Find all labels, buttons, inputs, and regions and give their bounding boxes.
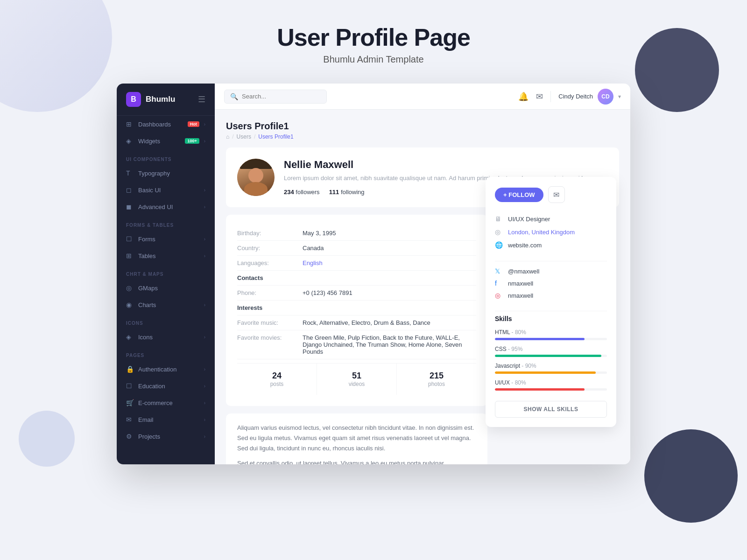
sidebar-item-projects[interactable]: ⚙ Projects › [117, 428, 215, 445]
page-header: User Profile Page Bhumlu Admin Template [0, 0, 747, 79]
sidebar-label-gmaps: GMaps [138, 285, 205, 292]
skill-html-bar [495, 338, 607, 340]
sidebar-item-gmaps[interactable]: ◎ GMaps [117, 280, 215, 296]
icons-icon: ◈ [126, 333, 134, 341]
skill-html-fill [495, 338, 585, 340]
chevron-auth: › [204, 367, 205, 372]
sidebar-item-authentication[interactable]: 🔒 Authentication › [117, 361, 215, 378]
section-label-pages: Pages [117, 345, 215, 361]
follow-button[interactable]: + FOLLOW [495, 188, 543, 202]
section-label-ui: UI Components [117, 149, 215, 165]
page-title: User Profile Page [0, 23, 747, 51]
birthday-row: Birthday: May 3, 1995 [237, 226, 476, 241]
hamburger-icon[interactable]: ☰ [198, 94, 205, 105]
sidebar-item-ecommerce[interactable]: 🛒 E-commerce › [117, 394, 215, 411]
instagram-item[interactable]: ◎ nmaxwell [495, 289, 607, 301]
profile-meta-list: 🖥 UI/UX Designer ◎ London, United Kingdo… [495, 212, 607, 252]
topbar: 🔍 🔔 ✉ Cindy Deitch CD ▾ [215, 84, 630, 110]
search-input[interactable] [242, 93, 317, 100]
phone-row: Phone: +0 (123) 456 7891 [237, 286, 476, 301]
sidebar-item-widgets[interactable]: ◈ Widgets 100+ › [117, 133, 215, 149]
mail-button[interactable]: ✉ [548, 186, 565, 203]
followers-stat: 234 followers [284, 189, 320, 196]
badge-100: 100+ [185, 138, 199, 144]
auth-icon: 🔒 [126, 365, 134, 373]
following-stat: 111 following [329, 189, 365, 196]
sidebar-label-basic-ui: Basic UI [138, 187, 199, 194]
details-card: Birthday: May 3, 1995 Country: Canada La… [226, 215, 487, 406]
sidebar-label-projects: Projects [138, 433, 199, 440]
social-list: 𝕏 @nmaxwell f nmaxwell ◎ nmaxwell [495, 265, 607, 301]
sidebar-item-education[interactable]: ☐ Education › [117, 378, 215, 394]
brand-name: Bhumlu [146, 95, 175, 104]
facebook-icon: f [495, 280, 503, 287]
sidebar-item-forms[interactable]: ☐ Forms › [117, 231, 215, 247]
twitter-item[interactable]: 𝕏 @nmaxwell [495, 265, 607, 277]
topbar-divider [550, 91, 551, 102]
skill-css-header: CSS - 95% [495, 346, 607, 352]
videos-stat[interactable]: 51 videos [317, 364, 397, 395]
browser-window: B Bhumlu ☰ ⊞ Dashboards Hot › ◈ Widgets … [117, 84, 630, 464]
advanced-ui-icon: ◼ [126, 203, 134, 210]
breadcrumb-users: Users [237, 133, 251, 140]
notification-bell-icon[interactable]: 🔔 [518, 91, 529, 102]
bg-decoration-br [644, 429, 738, 523]
sidebar-item-advanced-ui[interactable]: ◼ Advanced UI › [117, 198, 215, 215]
chevron-advanced-ui: › [204, 204, 205, 210]
sidebar-item-email[interactable]: ✉ Email › [117, 411, 215, 428]
section-title: Users Profile1 [226, 121, 619, 132]
sidebar-label-widgets: Widgets [138, 138, 180, 145]
location-icon: ◎ [495, 228, 503, 236]
posts-stat[interactable]: 24 posts [237, 364, 317, 395]
email-icon: ✉ [126, 416, 134, 423]
search-icon: 🔍 [230, 93, 238, 100]
sidebar-item-basic-ui[interactable]: ◻ Basic UI › [117, 182, 215, 198]
gmaps-icon: ◎ [126, 284, 134, 292]
basic-ui-icon: ◻ [126, 186, 134, 194]
widgets-icon: ◈ [126, 137, 134, 145]
instagram-icon: ◎ [495, 292, 503, 299]
skill-css: CSS - 95% [495, 346, 607, 357]
facebook-item[interactable]: f nmaxwell [495, 277, 607, 289]
topbar-right: 🔔 ✉ Cindy Deitch CD ▾ [518, 89, 621, 105]
education-icon: ☐ [126, 382, 134, 390]
chevron-icons: › [204, 335, 205, 340]
user-info[interactable]: Cindy Deitch CD ▾ [558, 89, 621, 105]
photos-stat[interactable]: 215 photos [397, 364, 476, 395]
sidebar-label-forms: Forms [138, 236, 199, 243]
skill-html-header: HTML - 80% [495, 329, 607, 336]
section-label-forms: Forms & Tables [117, 215, 215, 231]
sidebar-item-typography[interactable]: T Typography [117, 165, 215, 182]
sidebar-item-tables[interactable]: ⊞ Tables › [117, 247, 215, 264]
sidebar-item-dashboards[interactable]: ⊞ Dashboards Hot › [117, 116, 215, 133]
sidebar-label-ecommerce: E-commerce [138, 399, 199, 406]
breadcrumb-sep-1: / [232, 133, 233, 140]
fav-movies-row: Favorite movies: The Green Mile, Pulp Fi… [237, 330, 476, 359]
breadcrumb-sep-2: / [254, 133, 255, 140]
show-all-skills-button[interactable]: SHOW ALL SKILLS [495, 401, 607, 418]
tables-icon: ⊞ [126, 252, 134, 259]
chevron-forms: › [204, 237, 205, 242]
topbar-mail-icon[interactable]: ✉ [536, 91, 543, 102]
sidebar-item-icons[interactable]: ◈ Icons › [117, 329, 215, 345]
sidebar-label-education: Education [138, 383, 199, 390]
skills-title: Skills [495, 315, 607, 322]
page-subtitle: Bhumlu Admin Template [0, 54, 747, 65]
sidebar-label-icons: Icons [138, 334, 199, 341]
chevron-dashboards: › [204, 122, 205, 127]
location-item: ◎ London, United Kingdom [495, 225, 607, 238]
search-box[interactable]: 🔍 [224, 90, 327, 104]
sidebar-label-auth: Authentication [138, 366, 199, 373]
description-card: Aliquam varius euismod lectus, vel conse… [226, 413, 487, 464]
languages-row: Languages: English [237, 256, 476, 271]
breadcrumb: ⌂ / Users / Users Profile1 [226, 133, 619, 140]
sidebar-label-charts: Charts [138, 301, 199, 308]
follow-row: + FOLLOW ✉ [495, 186, 607, 203]
country-row: Country: Canada [237, 241, 476, 256]
chevron-ecommerce: › [204, 400, 205, 406]
contacts-section-label: Contacts [237, 271, 476, 286]
brand-icon: B [126, 92, 141, 107]
charts-icon: ◉ [126, 301, 134, 308]
sidebar-label-advanced-ui: Advanced UI [138, 203, 199, 210]
sidebar-item-charts[interactable]: ◉ Charts › [117, 296, 215, 313]
